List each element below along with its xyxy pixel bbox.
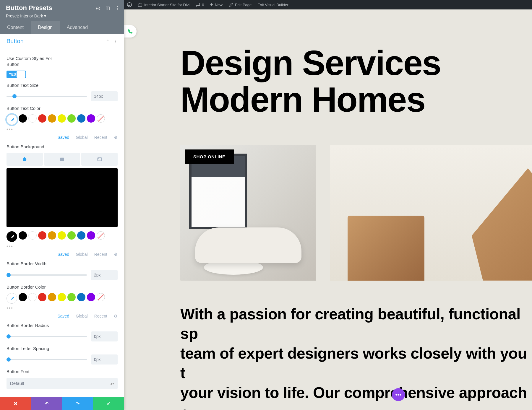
- custom-styles-toggle[interactable]: YES: [7, 71, 26, 78]
- kebab-icon[interactable]: ⋮: [115, 5, 120, 11]
- letter-spacing-slider[interactable]: [7, 359, 87, 360]
- exit-label: Exit Visual Builder: [257, 3, 288, 7]
- label-letter-spacing: Button Letter Spacing: [7, 346, 118, 352]
- panel-header: Button Presets Preset: Interior Dark ▾ ◎…: [0, 0, 124, 21]
- kebab-icon[interactable]: ⋮: [113, 39, 118, 44]
- border-radius-input[interactable]: 0px: [91, 331, 118, 341]
- tab-saved[interactable]: Saved: [57, 135, 69, 140]
- shop-online-button[interactable]: SHOP ONLINE: [185, 149, 234, 164]
- swatch-yellow[interactable]: [58, 231, 66, 240]
- edit-page-link[interactable]: Edit Page: [226, 2, 254, 7]
- tab-global[interactable]: Global: [76, 252, 87, 257]
- border-radius-slider[interactable]: [7, 336, 87, 337]
- label-border-color: Button Border Color: [7, 284, 118, 290]
- swatch-orange[interactable]: [48, 114, 56, 123]
- eyedropper-icon[interactable]: [7, 114, 17, 125]
- swatch-orange[interactable]: [48, 293, 56, 301]
- swatch-yellow[interactable]: [58, 114, 66, 123]
- collapse-icon[interactable]: ⌃: [106, 39, 109, 44]
- accordion-button[interactable]: Button ⌃⋮: [0, 34, 124, 49]
- swatch-black[interactable]: [19, 231, 27, 240]
- swatch-white[interactable]: [28, 231, 37, 240]
- hero-line-1: Design Services: [180, 45, 532, 82]
- tab-advanced[interactable]: Advanced: [60, 21, 95, 34]
- bg-tab-gradient[interactable]: [44, 153, 80, 166]
- bg-tab-image[interactable]: [81, 153, 118, 166]
- panel-tabs: Content Design Advanced: [0, 21, 124, 34]
- swatch-white[interactable]: [28, 114, 37, 123]
- swatch-none[interactable]: [97, 114, 105, 123]
- tab-global[interactable]: Global: [76, 314, 87, 318]
- font-select[interactable]: Default ▴▾: [7, 378, 118, 389]
- tab-recent[interactable]: Recent: [94, 314, 107, 318]
- wp-logo[interactable]: [124, 2, 135, 7]
- swatch-purple[interactable]: [87, 293, 95, 301]
- panel-footer: ✖ ↶ ↷ ✔: [0, 397, 124, 410]
- swatch-white[interactable]: [28, 293, 37, 301]
- tab-saved[interactable]: Saved: [57, 314, 69, 318]
- columns-icon[interactable]: ◫: [106, 5, 110, 11]
- svg-rect-2: [98, 158, 102, 161]
- tab-recent[interactable]: Recent: [94, 252, 107, 257]
- site-name-link[interactable]: Interior Starter Site for Divi: [135, 2, 192, 7]
- swatch-green[interactable]: [67, 231, 76, 240]
- bg-swatches: [7, 231, 118, 242]
- bg-type-tabs: [7, 153, 118, 166]
- undo-button[interactable]: ↶: [31, 397, 62, 410]
- more-dots[interactable]: •••: [7, 244, 118, 249]
- text-size-input[interactable]: 14px: [91, 91, 118, 101]
- swatch-none[interactable]: [97, 231, 105, 240]
- border-width-input[interactable]: 2px: [91, 270, 118, 280]
- swatch-red[interactable]: [38, 293, 46, 301]
- swatch-red[interactable]: [38, 114, 46, 123]
- new-link[interactable]: +New: [207, 2, 226, 8]
- gear-icon[interactable]: ⚙: [114, 252, 118, 257]
- exit-builder-link[interactable]: Exit Visual Builder: [254, 3, 291, 7]
- label-background: Button Background: [7, 144, 118, 150]
- swatch-none[interactable]: [97, 293, 105, 301]
- letter-spacing-input[interactable]: 0px: [91, 354, 118, 365]
- cancel-button[interactable]: ✖: [0, 397, 31, 410]
- preset-selector[interactable]: Preset: Interior Dark ▾: [6, 14, 118, 18]
- gear-icon[interactable]: ⚙: [114, 314, 118, 318]
- swatch-orange[interactable]: [48, 231, 56, 240]
- redo-button[interactable]: ↷: [62, 397, 93, 410]
- more-dots[interactable]: •••: [7, 127, 118, 132]
- page-settings-fab[interactable]: •••: [392, 388, 405, 401]
- label-font: Button Font: [7, 369, 118, 375]
- more-dots[interactable]: •••: [7, 305, 118, 311]
- swatch-black[interactable]: [19, 293, 27, 301]
- swatch-yellow[interactable]: [58, 293, 66, 301]
- tab-saved[interactable]: Saved: [57, 252, 69, 257]
- swatch-blue[interactable]: [77, 114, 85, 123]
- swatch-red[interactable]: [38, 231, 46, 240]
- save-button[interactable]: ✔: [93, 397, 124, 410]
- bg-color-preview[interactable]: [7, 168, 118, 227]
- tab-global[interactable]: Global: [76, 135, 87, 140]
- swatch-green[interactable]: [67, 114, 76, 123]
- tab-design[interactable]: Design: [31, 21, 60, 34]
- text-size-slider[interactable]: [7, 96, 87, 97]
- bg-tab-color[interactable]: [7, 153, 43, 166]
- border-width-slider[interactable]: [7, 274, 87, 276]
- eyedropper-icon[interactable]: [7, 231, 17, 242]
- gear-icon[interactable]: ⚙: [114, 135, 118, 140]
- swatch-blue[interactable]: [77, 293, 85, 301]
- page-preview: Design Services Modern Homes SHOP ONLINE…: [124, 9, 532, 410]
- hero-line-2: Modern Homes: [180, 82, 532, 118]
- swatch-purple[interactable]: [87, 114, 95, 123]
- target-icon[interactable]: ◎: [96, 5, 100, 11]
- phone-fab[interactable]: [124, 25, 137, 38]
- swatch-black[interactable]: [19, 114, 27, 123]
- label-custom-styles: Use Custom Styles For Button: [7, 56, 60, 68]
- tab-content[interactable]: Content: [0, 21, 31, 34]
- eyedropper-icon[interactable]: [7, 293, 17, 304]
- swatch-green[interactable]: [67, 293, 76, 301]
- tab-recent[interactable]: Recent: [94, 135, 107, 140]
- svg-rect-1: [60, 158, 64, 161]
- swatch-blue[interactable]: [77, 231, 85, 240]
- palette-tabs: Saved Global Recent ⚙: [7, 314, 118, 318]
- comments-link[interactable]: 0: [192, 2, 207, 7]
- swatch-purple[interactable]: [87, 231, 95, 240]
- edit-page-label: Edit Page: [235, 3, 252, 7]
